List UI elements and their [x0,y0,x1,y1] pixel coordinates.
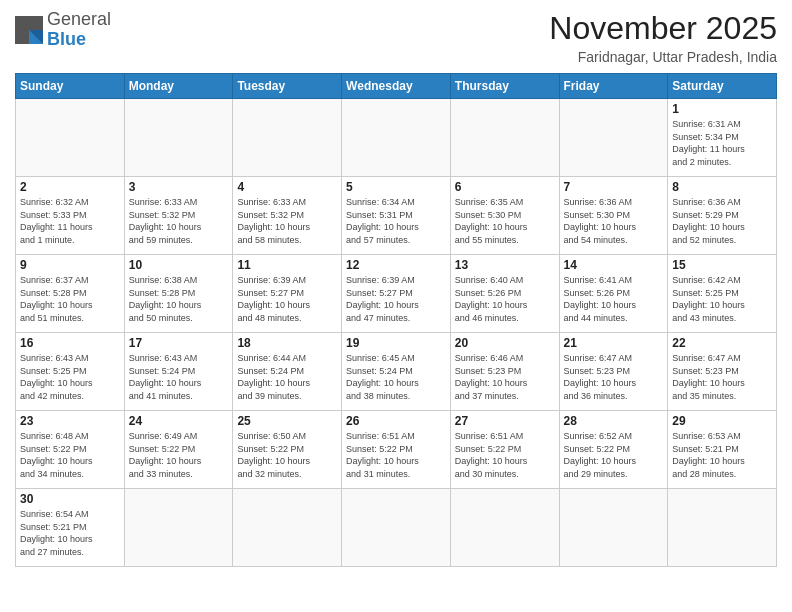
calendar-week-row: 1Sunrise: 6:31 AM Sunset: 5:34 PM Daylig… [16,99,777,177]
logo-general-text: General [47,9,111,29]
day-number: 1 [672,102,772,116]
calendar-cell [233,99,342,177]
calendar-cell: 25Sunrise: 6:50 AM Sunset: 5:22 PM Dayli… [233,411,342,489]
calendar-cell [668,489,777,567]
day-number: 30 [20,492,120,506]
calendar-cell: 2Sunrise: 6:32 AM Sunset: 5:33 PM Daylig… [16,177,125,255]
calendar-cell: 9Sunrise: 6:37 AM Sunset: 5:28 PM Daylig… [16,255,125,333]
calendar-cell: 16Sunrise: 6:43 AM Sunset: 5:25 PM Dayli… [16,333,125,411]
day-info: Sunrise: 6:35 AM Sunset: 5:30 PM Dayligh… [455,196,555,246]
day-number: 11 [237,258,337,272]
day-number: 3 [129,180,229,194]
title-block: November 2025 Faridnagar, Uttar Pradesh,… [549,10,777,65]
calendar-cell: 5Sunrise: 6:34 AM Sunset: 5:31 PM Daylig… [342,177,451,255]
day-info: Sunrise: 6:45 AM Sunset: 5:24 PM Dayligh… [346,352,446,402]
day-number: 7 [564,180,664,194]
calendar-cell: 10Sunrise: 6:38 AM Sunset: 5:28 PM Dayli… [124,255,233,333]
calendar-cell: 3Sunrise: 6:33 AM Sunset: 5:32 PM Daylig… [124,177,233,255]
day-info: Sunrise: 6:32 AM Sunset: 5:33 PM Dayligh… [20,196,120,246]
calendar-cell: 26Sunrise: 6:51 AM Sunset: 5:22 PM Dayli… [342,411,451,489]
day-info: Sunrise: 6:42 AM Sunset: 5:25 PM Dayligh… [672,274,772,324]
logo-text: General Blue [47,10,111,50]
header-sunday: Sunday [16,74,125,99]
calendar-cell: 19Sunrise: 6:45 AM Sunset: 5:24 PM Dayli… [342,333,451,411]
day-info: Sunrise: 6:46 AM Sunset: 5:23 PM Dayligh… [455,352,555,402]
calendar-cell: 4Sunrise: 6:33 AM Sunset: 5:32 PM Daylig… [233,177,342,255]
day-number: 12 [346,258,446,272]
day-info: Sunrise: 6:43 AM Sunset: 5:24 PM Dayligh… [129,352,229,402]
day-number: 25 [237,414,337,428]
day-info: Sunrise: 6:39 AM Sunset: 5:27 PM Dayligh… [237,274,337,324]
day-info: Sunrise: 6:54 AM Sunset: 5:21 PM Dayligh… [20,508,120,558]
calendar-cell: 11Sunrise: 6:39 AM Sunset: 5:27 PM Dayli… [233,255,342,333]
day-number: 4 [237,180,337,194]
calendar-body: 1Sunrise: 6:31 AM Sunset: 5:34 PM Daylig… [16,99,777,567]
day-number: 28 [564,414,664,428]
day-info: Sunrise: 6:44 AM Sunset: 5:24 PM Dayligh… [237,352,337,402]
header-monday: Monday [124,74,233,99]
day-info: Sunrise: 6:50 AM Sunset: 5:22 PM Dayligh… [237,430,337,480]
calendar-cell [233,489,342,567]
calendar-cell: 18Sunrise: 6:44 AM Sunset: 5:24 PM Dayli… [233,333,342,411]
day-info: Sunrise: 6:41 AM Sunset: 5:26 PM Dayligh… [564,274,664,324]
day-info: Sunrise: 6:37 AM Sunset: 5:28 PM Dayligh… [20,274,120,324]
day-info: Sunrise: 6:40 AM Sunset: 5:26 PM Dayligh… [455,274,555,324]
day-number: 15 [672,258,772,272]
day-number: 24 [129,414,229,428]
calendar-week-row: 23Sunrise: 6:48 AM Sunset: 5:22 PM Dayli… [16,411,777,489]
day-number: 22 [672,336,772,350]
location-subtitle: Faridnagar, Uttar Pradesh, India [549,49,777,65]
calendar-header: Sunday Monday Tuesday Wednesday Thursday… [16,74,777,99]
day-info: Sunrise: 6:53 AM Sunset: 5:21 PM Dayligh… [672,430,772,480]
day-number: 20 [455,336,555,350]
calendar-week-row: 2Sunrise: 6:32 AM Sunset: 5:33 PM Daylig… [16,177,777,255]
calendar-cell: 15Sunrise: 6:42 AM Sunset: 5:25 PM Dayli… [668,255,777,333]
day-number: 21 [564,336,664,350]
calendar-table: Sunday Monday Tuesday Wednesday Thursday… [15,73,777,567]
calendar-cell [342,99,451,177]
day-info: Sunrise: 6:38 AM Sunset: 5:28 PM Dayligh… [129,274,229,324]
day-number: 10 [129,258,229,272]
day-info: Sunrise: 6:52 AM Sunset: 5:22 PM Dayligh… [564,430,664,480]
calendar-cell: 22Sunrise: 6:47 AM Sunset: 5:23 PM Dayli… [668,333,777,411]
day-number: 23 [20,414,120,428]
day-number: 26 [346,414,446,428]
day-number: 18 [237,336,337,350]
calendar-cell [450,489,559,567]
day-number: 8 [672,180,772,194]
day-info: Sunrise: 6:31 AM Sunset: 5:34 PM Dayligh… [672,118,772,168]
header-friday: Friday [559,74,668,99]
day-info: Sunrise: 6:33 AM Sunset: 5:32 PM Dayligh… [129,196,229,246]
calendar-week-row: 16Sunrise: 6:43 AM Sunset: 5:25 PM Dayli… [16,333,777,411]
day-info: Sunrise: 6:43 AM Sunset: 5:25 PM Dayligh… [20,352,120,402]
calendar-cell: 13Sunrise: 6:40 AM Sunset: 5:26 PM Dayli… [450,255,559,333]
day-number: 17 [129,336,229,350]
calendar-cell [124,489,233,567]
day-info: Sunrise: 6:51 AM Sunset: 5:22 PM Dayligh… [346,430,446,480]
page: General Blue November 2025 Faridnagar, U… [0,0,792,612]
calendar-cell: 7Sunrise: 6:36 AM Sunset: 5:30 PM Daylig… [559,177,668,255]
weekday-header-row: Sunday Monday Tuesday Wednesday Thursday… [16,74,777,99]
calendar-cell: 8Sunrise: 6:36 AM Sunset: 5:29 PM Daylig… [668,177,777,255]
calendar-cell: 30Sunrise: 6:54 AM Sunset: 5:21 PM Dayli… [16,489,125,567]
day-number: 19 [346,336,446,350]
svg-rect-2 [15,30,29,44]
calendar-cell: 14Sunrise: 6:41 AM Sunset: 5:26 PM Dayli… [559,255,668,333]
header-wednesday: Wednesday [342,74,451,99]
calendar-cell [450,99,559,177]
calendar-cell: 28Sunrise: 6:52 AM Sunset: 5:22 PM Dayli… [559,411,668,489]
svg-rect-0 [15,16,29,30]
day-info: Sunrise: 6:47 AM Sunset: 5:23 PM Dayligh… [564,352,664,402]
day-number: 29 [672,414,772,428]
day-number: 16 [20,336,120,350]
day-number: 14 [564,258,664,272]
day-info: Sunrise: 6:48 AM Sunset: 5:22 PM Dayligh… [20,430,120,480]
header-tuesday: Tuesday [233,74,342,99]
calendar-cell: 24Sunrise: 6:49 AM Sunset: 5:22 PM Dayli… [124,411,233,489]
day-info: Sunrise: 6:47 AM Sunset: 5:23 PM Dayligh… [672,352,772,402]
calendar-week-row: 9Sunrise: 6:37 AM Sunset: 5:28 PM Daylig… [16,255,777,333]
calendar-cell [124,99,233,177]
day-number: 6 [455,180,555,194]
calendar-cell [16,99,125,177]
day-info: Sunrise: 6:51 AM Sunset: 5:22 PM Dayligh… [455,430,555,480]
